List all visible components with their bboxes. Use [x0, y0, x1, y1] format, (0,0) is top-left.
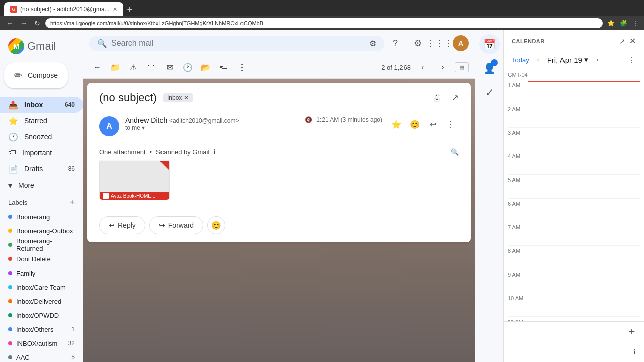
label-dot: [8, 257, 12, 261]
archive-button[interactable]: 📁: [107, 59, 123, 75]
label-item-family[interactable]: Family: [0, 266, 83, 280]
add-event-button[interactable]: +: [624, 324, 640, 340]
sidebar-item-inbox[interactable]: 📥 Inbox 640: [0, 97, 83, 113]
new-tab-button[interactable]: +: [123, 5, 137, 15]
calendar-more-button[interactable]: ⋮: [628, 55, 636, 65]
remove-tag-button[interactable]: ✕: [184, 94, 189, 101]
tab-close-btn[interactable]: ✕: [113, 6, 117, 13]
date-text: Fri, Apr 19: [547, 56, 582, 64]
url-text: https://mail.google.com/mail/u/0/#inbox/…: [50, 20, 263, 26]
open-calendar-button[interactable]: ↗: [619, 37, 625, 45]
label-dot: [8, 355, 12, 359]
url-bar[interactable]: https://mail.google.com/mail/u/0/#inbox/…: [45, 18, 603, 28]
label-dot: [8, 229, 12, 233]
mark-unread-button[interactable]: ✉: [162, 59, 178, 75]
attachment-box[interactable]: Avaz Book-HOME...: [99, 160, 170, 200]
settings-btn[interactable]: ⋮: [631, 19, 640, 28]
snooze-button[interactable]: 🕐: [180, 59, 196, 75]
sidebar-item-starred[interactable]: ⭐ Starred: [0, 113, 83, 129]
time-slot-4am: 4 AM: [508, 151, 640, 174]
back-button[interactable]: ←: [4, 18, 15, 28]
label-item-dont-delete[interactable]: Dont Delete: [0, 252, 83, 266]
today-button[interactable]: Today: [512, 56, 529, 64]
email-subject-bar: (no subject) Inbox ✕ 🖨 ↗: [87, 83, 471, 112]
more-email-options-button[interactable]: ⋮: [443, 116, 459, 132]
apps-button[interactable]: ⋮⋮⋮: [431, 34, 449, 52]
label-name: Boomerang-Outbox: [16, 227, 73, 235]
emoji-react-button[interactable]: 😊: [407, 116, 423, 132]
forward-button[interactable]: →: [18, 18, 29, 28]
next-day-button[interactable]: ›: [591, 54, 603, 66]
drafts-icon: 📄: [8, 164, 18, 174]
search-input[interactable]: [111, 39, 365, 48]
move-to-button[interactable]: 📂: [198, 59, 214, 75]
calendar-info-button[interactable]: ℹ: [629, 344, 640, 360]
contacts-panel-icon[interactable]: 👤: [479, 58, 500, 78]
attachment-label: Avaz Book-HOME...: [100, 192, 169, 200]
app-container: M Gmail ✏ Compose 📥 Inbox 640 ⭐ Starred …: [0, 30, 644, 362]
sidebar-item-more[interactable]: ▾ More: [0, 177, 83, 193]
active-tab[interactable]: G (no subject) - aditch2010@gma... ✕: [4, 2, 123, 16]
settings-button[interactable]: ⚙: [409, 34, 427, 52]
time-content: [528, 270, 640, 292]
date-dropdown-icon[interactable]: ▾: [584, 55, 588, 64]
label-item-boomerang-returned[interactable]: Boomerang-Returned: [0, 238, 83, 252]
emoji-button[interactable]: 😊: [207, 216, 225, 234]
bullet-separator: •: [150, 148, 152, 156]
reload-button[interactable]: ↻: [32, 18, 42, 28]
label-item-opwdd[interactable]: Inbox/OPWDD: [0, 308, 83, 322]
label-button[interactable]: 🏷: [216, 59, 232, 75]
forward-button[interactable]: ↪ Forward: [149, 216, 203, 234]
label-item-boomerang-outbox[interactable]: Boomerang-Outbox: [0, 224, 83, 238]
compose-button[interactable]: ✏ Compose: [4, 62, 68, 88]
user-avatar[interactable]: A: [453, 35, 469, 51]
labels-title: Labels: [8, 199, 27, 206]
prev-email-button[interactable]: ‹: [415, 59, 431, 75]
label-item-others[interactable]: Inbox/Others 1: [0, 322, 83, 336]
time-slot-2am: 2 AM: [508, 104, 640, 127]
delete-button[interactable]: 🗑: [143, 59, 159, 75]
important-icon: 🏷: [8, 148, 16, 157]
inbox-tag[interactable]: Inbox ✕: [163, 93, 193, 102]
bookmark-btn[interactable]: ⭐: [606, 19, 616, 28]
label-item-aac[interactable]: AAC 5: [0, 350, 83, 362]
time-content: [528, 294, 640, 315]
reply-button[interactable]: ↩ Reply: [99, 216, 145, 234]
print-button[interactable]: 🖨: [432, 93, 441, 103]
browser-actions: ⭐ 🧩 ⋮: [606, 19, 640, 28]
more-actions-button[interactable]: ⋮: [234, 59, 250, 75]
time-slot-6am: 6 AM: [508, 198, 640, 222]
label-dot: [8, 285, 12, 289]
extensions-btn[interactable]: 🧩: [618, 19, 629, 28]
search-options-icon[interactable]: ⚙: [369, 39, 376, 48]
report-spam-button[interactable]: ⚠: [125, 59, 141, 75]
next-email-button[interactable]: ›: [435, 59, 451, 75]
open-in-new-button[interactable]: ↗: [451, 92, 459, 103]
add-label-button[interactable]: +: [69, 197, 75, 208]
view-toggle-button[interactable]: ▤: [455, 62, 469, 72]
label-item-autism[interactable]: INBOX/autism 32: [0, 336, 83, 350]
expand-recipients-icon[interactable]: ▾: [142, 124, 145, 131]
attachment-search-icon[interactable]: 🔍: [451, 148, 459, 156]
more-label: More: [18, 181, 34, 189]
close-calendar-button[interactable]: ✕: [629, 36, 636, 46]
time-label: 3 AM: [508, 129, 528, 136]
address-bar: ← → ↻ https://mail.google.com/mail/u/0/#…: [0, 16, 644, 30]
label-item-delivered[interactable]: Inbox/Delivered: [0, 294, 83, 308]
sidebar-item-important[interactable]: 🏷 Important: [0, 145, 83, 161]
sidebar-item-snoozed[interactable]: 🕐 Snoozed: [0, 129, 83, 145]
tasks-panel-icon[interactable]: ✓: [479, 82, 500, 103]
tab-bar: G (no subject) - aditch2010@gma... ✕ +: [0, 0, 644, 16]
prev-day-button[interactable]: ‹: [532, 54, 544, 66]
sidebar-item-drafts[interactable]: 📄 Drafts 86: [0, 161, 83, 177]
star-email-button[interactable]: ⭐: [388, 116, 405, 132]
reply-inline-button[interactable]: ↩: [425, 116, 441, 132]
calendar-panel-icon[interactable]: 📅: [479, 34, 500, 54]
help-button[interactable]: ?: [386, 34, 405, 52]
scanned-info-icon[interactable]: ℹ: [213, 148, 216, 156]
time-slot-11am: 11 AM: [508, 316, 640, 321]
label-item-boomerang[interactable]: Boomerang: [0, 210, 83, 224]
label-item-care-team[interactable]: Inbox/Care Team: [0, 280, 83, 294]
top-bar: 🔍 ⚙ ? ⚙ ⋮⋮⋮ A: [83, 30, 475, 56]
back-to-list-button[interactable]: ←: [89, 59, 105, 75]
